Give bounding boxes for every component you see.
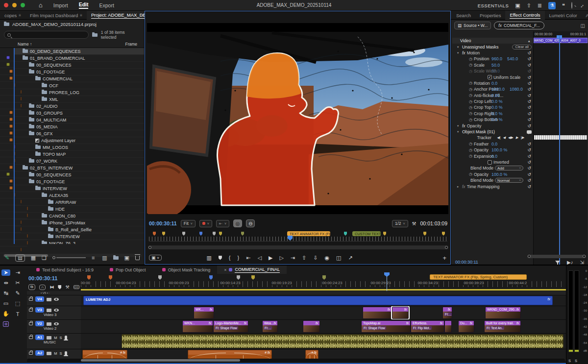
minimize-window-button[interactable] [12,3,17,7]
bin-tree-row[interactable]: 02_BTS_INTERVIEW [15,165,144,171]
sequence-tab[interactable]: Object Mask Tracking [153,266,218,274]
bin-tree-row[interactable]: HDE [15,206,144,213]
effect-row[interactable]: fx ◷ Anchor Point 1920.0˅ ◀|◀◀▶▶|▶ 1920.… [452,86,533,92]
quick-export-transport-icon[interactable]: ↗ [348,255,353,261]
plugin-tool[interactable]: ⊞ [3,321,9,327]
solo-button[interactable]: S [59,336,62,340]
stopwatch-icon[interactable]: ◷ [469,93,472,97]
effect-row[interactable]: fx ◷ Scale 50.0˅ ◀|◀◀▶▶|▶ 50.0 ↺ ▲ [452,62,533,68]
stopwatch-icon[interactable]: ◷ [469,63,472,67]
effect-controls-mini-timeline[interactable]: 00:00:30:00 00:00:31:1 WKND_COM_420_A004… [533,31,587,267]
zoom-slider[interactable] [52,256,86,259]
automate-to-sequence-icon[interactable]: ▥ [102,255,107,261]
mark-in-icon[interactable]: { [229,255,231,261]
list-view-button[interactable]: ▤ [15,254,24,262]
video-clip[interactable]: fx [363,307,392,319]
effect-row[interactable]: fx ◷ Motion ˅ ◀|◀◀▶▶|▶ ↺ ▲ [452,50,533,56]
bin-tree-row[interactable]: XML [15,96,144,103]
effect-row[interactable]: fx ◷ Crop Top 0.0 %˅ ◀|◀◀▶▶|▶ 0.0 % ↺ ▲ [452,104,533,110]
blend-mode-dropdown[interactable]: Add˅ [495,166,523,170]
timeline-timecode[interactable]: 00:00:30:11 [28,275,57,281]
bin-tree-row[interactable]: TOPO MAP [15,151,144,158]
play-icon[interactable]: ▶ [269,255,272,261]
captions-icon[interactable]: CC [74,285,80,289]
writable-pencil-icon[interactable]: ✎ [5,255,9,261]
video-clip[interactable]: WK...fx [194,307,214,319]
export-frame-icon[interactable]: ▥ [206,255,211,261]
bin-tree-row[interactable]: OCF [15,82,144,89]
label-color-swatch[interactable] [6,56,10,59]
slip-tool[interactable]: ↹ [3,290,8,296]
program-video-viewport[interactable] [147,23,448,214]
reset-parameter-icon[interactable]: ↺ [527,117,531,122]
delete-icon[interactable] [135,256,140,260]
track-v5-collapsed[interactable]: ▪ V5 ▪ ◦ [27,291,566,295]
effect-row[interactable]: fx ◷ Unassigned Masks ˅ ◀|◀◀▶▶|▶ Clear a… [452,44,533,49]
effect-row[interactable]: fx ◷ Scale Width 50.0˅ ◀|◀◀▶▶|▶ 50.0 ↺ ▲ [452,68,533,74]
bin-tree-row[interactable]: ALEXA35 [15,192,144,199]
effects-export-icon[interactable]: ⇲ [580,260,584,265]
video-clip[interactable]: Wea...fxFI:... [262,320,278,333]
label-swatch-row[interactable] [0,185,14,192]
bin-tree-row[interactable]: ARRIRAW [15,199,144,206]
label-color-swatch[interactable] [9,138,13,142]
twirl-icon[interactable] [457,130,461,134]
sequence-marker[interactable] [219,232,222,236]
workspace-icon[interactable]: ▣ [515,2,520,9]
new-search-bin-icon[interactable] [92,33,98,37]
reset-parameter-icon[interactable]: ↺ [527,81,531,86]
mark-out-icon[interactable]: } [238,255,240,261]
stacked-panels-icon[interactable]: ≣ [538,2,542,9]
source-monitor-tab-button[interactable]: ▤ Source • W... [454,22,491,29]
effect-row[interactable]: fx ◷ Crop Right 0.0 %˅ ◀|◀◀▶▶|▶ 0.0 % ↺ … [452,111,533,117]
timeline-marker-span[interactable]: TEXT ANIMATOR FX (Flip, Spring, Custom) [430,274,527,280]
sequence-marker[interactable] [213,232,216,236]
effect-row[interactable]: fx ◷ Expansion 0.0˅ ◀|◀◀▶▶|▶ 0.0 ↺ ▲ [452,153,533,159]
bin-tree-row[interactable]: 03_GROUPS [15,110,144,117]
close-window-button[interactable] [4,3,8,7]
timeline-ruler[interactable]: :00:0000:00:04:2300:00:09:2300:00:14:230… [81,274,566,291]
label-swatch-row[interactable] [0,178,14,185]
panel-tab[interactable]: copes≡ [0,11,25,20]
icon-view-button[interactable]: ▦ [31,255,36,261]
twirl-icon[interactable] [457,185,461,189]
blend-mode-dropdown[interactable]: Normal˅ [495,178,523,183]
stopwatch-icon[interactable]: ◷ [469,81,472,85]
reset-parameter-icon[interactable]: ↺ [527,111,531,116]
track-select-tool[interactable]: ⇥ [15,269,20,276]
timeline-view-toggle-icon[interactable]: ◫ [581,23,585,28]
go-to-out-icon[interactable]: ⇥ [291,255,295,261]
add-marker-icon[interactable] [219,256,222,260]
param-values[interactable]: 50.0 [491,69,505,73]
fx-badge-icon[interactable]: fx [462,50,466,55]
effect-row[interactable]: fx ◷ Feather 0.0˅ ◀|◀◀▶▶|▶ 0.0 ↺ ▲ [452,141,533,147]
bin-tree-row[interactable]: 05_MEDIA [15,123,144,130]
label-color-swatch[interactable] [9,124,13,128]
bin-tree-row[interactable]: MM_LOGOS [15,144,144,151]
fx-badge-icon[interactable]: fx [462,123,466,128]
object-select-tool[interactable]: ⬚ [15,300,20,307]
reset-parameter-icon[interactable]: ↺ [527,154,531,159]
search-input[interactable] [4,31,89,39]
param-values[interactable]: 0.0 % [491,117,508,122]
sequence-marker[interactable] [423,232,426,236]
stopwatch-icon[interactable]: ◷ [469,105,472,110]
snapshot-icon[interactable]: ◉ [325,255,330,261]
bin-tree-row[interactable]: 06_GFX [15,130,144,137]
snap-icon[interactable]: ∩ [39,285,46,290]
label-swatch-row[interactable] [0,109,14,116]
right-panel-tab[interactable]: Search [452,11,475,20]
monitor-zoom-scrollbar[interactable] [148,245,448,249]
effect-row[interactable]: fx ◷ Anti-flicker Fil... 0.00˅ ◀|◀◀▶▶|▶ … [452,93,533,98]
freeform-view-button[interactable]: ❏ [42,255,47,261]
lift-icon[interactable]: ⇧ [302,255,306,261]
bin-tree-row[interactable]: 02_AUDIO [15,103,144,110]
reset-parameter-icon[interactable]: ↺ [527,63,531,68]
label-swatch-row[interactable] [0,116,14,123]
sequence-marker[interactable] [241,232,244,236]
effect-row[interactable]: fx ◷ Video ˅ ◀|◀◀▶▶|▶ ↺ ▲ [452,38,533,44]
lane-v4[interactable]: LUMETRI ADJfx [81,295,566,306]
monitor-settings-wrench-icon[interactable]: ⚒ [412,221,416,226]
param-values[interactable]: 0.00 [491,93,505,98]
effect-row[interactable]: fx ◷ Crop Bottom 0.0 %˅ ◀|◀◀▶▶|▶ 0.0 % ↺… [452,117,533,122]
